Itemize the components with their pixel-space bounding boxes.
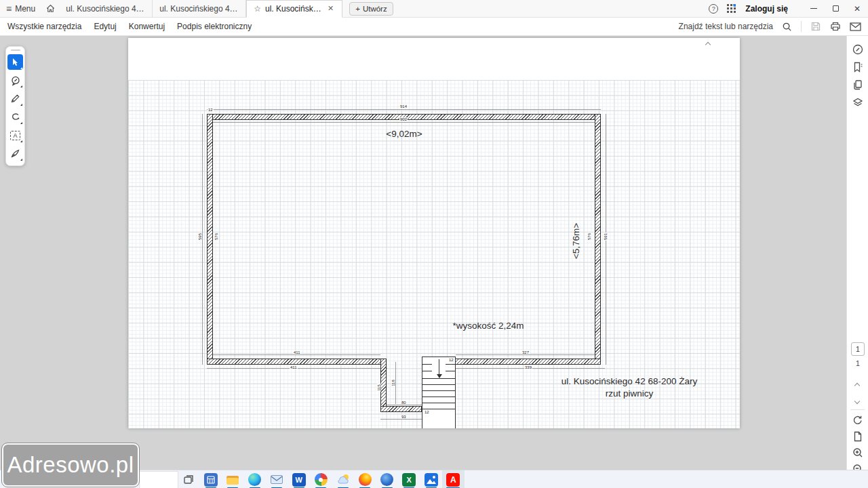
paint-button[interactable] [310,470,332,488]
watermark-label: Adresowo.pl [7,452,134,478]
menu-all-tools[interactable]: Wszystkie narzędzia [7,22,81,31]
paint-icon [315,473,328,486]
stair-tread [422,409,455,409]
comment-tool[interactable] [7,73,23,88]
add-text-tool[interactable]: A [7,127,23,143]
help-button[interactable]: ? [705,0,722,18]
pencil-tool[interactable] [7,91,23,106]
minimize-button[interactable] [803,0,825,18]
excel-icon: X [402,473,416,487]
dim-label: 576 [214,232,218,241]
tab-document-active[interactable]: ☆ ul. Kusocińskiego 42... ✕ [246,0,342,18]
menu-convert[interactable]: Konwertuj [129,22,165,31]
tab-document-2[interactable]: ul. Kusocińskiego 42 rzut pi... [153,0,246,18]
wall-bottom-mid [380,406,422,412]
dim-label: 411 [290,365,298,369]
create-button[interactable]: + Utwórz [349,2,393,16]
comments-panel-button[interactable] [852,43,864,56]
next-page-button[interactable] [855,394,859,406]
scroll-up-button[interactable] [706,37,710,49]
home-button[interactable] [41,0,59,18]
rotate-page-button[interactable] [852,414,864,426]
hamburger-icon: ≡ [6,3,12,14]
chevron-up-icon [854,383,860,388]
draw-tool[interactable] [7,109,23,125]
document-area: 914 902 12 595 576 576 591 411 411 327 3… [0,36,846,470]
acrobat-window: ≡ Menu ul. Kusocińskiego 42 rzut p... ul… [0,0,868,488]
layers-icon [852,96,864,108]
chevron-down-icon [854,399,860,404]
tools-right: Znajdź tekst lub narzędzia [679,21,868,32]
select-tool[interactable] [7,54,23,70]
right-sidebar: 1 1 [846,36,868,470]
pages-icon [852,79,864,91]
browser-icon [380,473,393,486]
close-button[interactable]: ✕ [846,0,868,18]
firefox-icon [359,473,372,486]
dim-label: 115 [377,384,381,392]
home-icon [45,3,56,14]
dim-label: 118 [391,379,395,387]
menu-label: Menu [15,4,35,14]
weather-button[interactable] [332,470,355,488]
mail-button[interactable] [266,470,288,488]
fit-page-icon [852,430,864,443]
save-icon[interactable] [810,21,821,32]
search-icon[interactable] [782,22,792,32]
taskbar-search-box[interactable] [139,471,178,488]
word-icon: W [292,473,306,487]
photos-icon [425,473,438,487]
menu-edit[interactable]: Edytuj [94,22,116,31]
excel-button[interactable]: X [398,470,420,488]
fill-sign-tool[interactable] [7,146,23,161]
mail-icon [270,473,283,487]
maximize-button[interactable] [825,0,846,18]
email-icon[interactable] [850,22,861,32]
bookmark-icon [852,61,864,73]
acrobat-button[interactable]: A [442,470,465,488]
file-explorer-button[interactable] [222,470,244,488]
search-label[interactable]: Znajdź tekst lub narzędzia [679,22,773,31]
zoom-in-button[interactable] [852,447,864,459]
dim-label: 914 [399,104,408,108]
print-icon[interactable] [830,21,841,32]
photos-button[interactable] [420,470,443,488]
stair-tread [422,371,432,371]
layers-panel-button[interactable] [852,96,864,108]
pages-panel-button[interactable] [852,79,864,91]
wall-bottom-right [455,359,601,365]
tools-menu: Wszystkie narzędzia Edytuj Konwertuj Pod… [0,22,252,31]
menu-button[interactable]: ≡ Menu [0,0,41,18]
stair-direction-arrow [439,359,439,378]
divider [801,21,802,32]
wall-right [595,114,601,365]
help-icon: ? [709,4,718,14]
dim-label: 902 [399,117,408,121]
height-annotation: <5,76m> [571,211,581,272]
fit-page-button[interactable] [852,430,864,443]
palette-drag-handle[interactable] [11,49,20,51]
dim-line [380,419,425,420]
calculator-button[interactable] [200,470,222,488]
bookmarks-panel-button[interactable] [852,61,864,73]
weather-icon [336,473,350,487]
close-icon: ✕ [854,4,861,14]
task-view-button[interactable] [178,470,200,488]
star-icon[interactable]: ☆ [254,4,261,14]
menu-esign[interactable]: Podpis elektroniczny [177,22,252,31]
sign-in-button[interactable]: Zaloguj się [745,4,788,14]
previous-page-button[interactable] [855,378,859,390]
dim-label: 93 [401,415,407,419]
firefox-button[interactable] [354,470,376,488]
edge-button[interactable] [244,470,267,488]
tab-label: ul. Kusocińskiego 42 rzut p... [66,4,145,14]
taskbar-apps: W X [178,470,465,488]
plus-icon: + [355,5,360,13]
browser-button[interactable] [376,470,399,488]
title-bar: ≡ Menu ul. Kusocińskiego 42 rzut p... ul… [0,0,868,18]
tab-document-1[interactable]: ul. Kusocińskiego 42 rzut p... [59,0,153,18]
word-button[interactable]: W [288,470,311,488]
page-number-input[interactable]: 1 [851,342,865,356]
tab-close-icon[interactable]: ✕ [326,4,335,13]
apps-grid-button[interactable] [722,0,740,18]
